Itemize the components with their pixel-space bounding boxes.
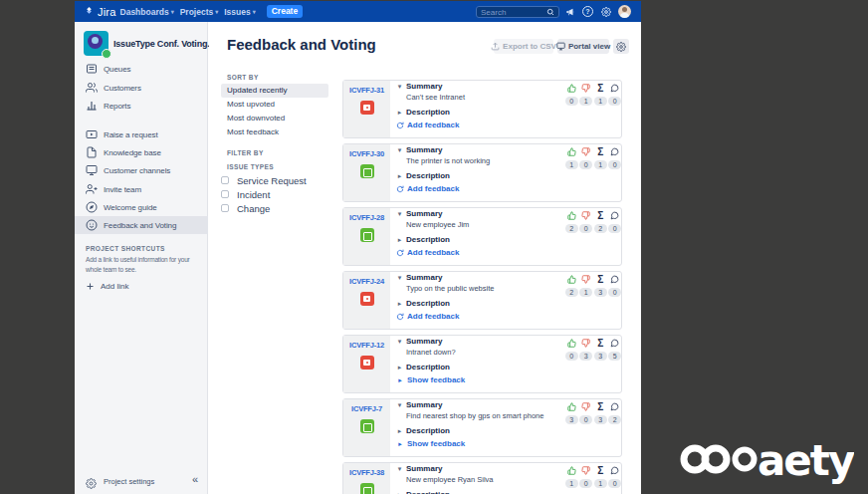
- downvote-icon[interactable]: [581, 210, 590, 221]
- issue-key-column: ICVFFJ-12: [343, 336, 390, 392]
- issue-key-link[interactable]: ICVFFJ-31: [349, 86, 384, 95]
- search-input[interactable]: Search: [476, 6, 559, 18]
- upvote-icon[interactable]: [567, 210, 576, 221]
- create-button[interactable]: Create: [267, 5, 303, 18]
- issue-key-link[interactable]: ICVFFJ-38: [349, 468, 384, 477]
- portal-view-button[interactable]: Portal view: [557, 39, 609, 54]
- comments-icon[interactable]: [610, 465, 619, 476]
- sidebar-item-raise-a-request[interactable]: Raise a request: [75, 125, 208, 143]
- sidebar-item-customer-channels[interactable]: Customer channels: [75, 161, 208, 179]
- settings-icon[interactable]: [600, 6, 611, 17]
- downvote-icon[interactable]: [581, 465, 590, 476]
- description-toggle[interactable]: ▸Description: [396, 363, 450, 371]
- summary-toggle[interactable]: ▾Summary: [396, 400, 442, 409]
- project-settings-button[interactable]: Project settings «: [75, 472, 208, 490]
- nav-menu-dashboards[interactable]: Dashboards▾: [120, 7, 174, 17]
- collapse-sidebar-icon[interactable]: «: [192, 473, 198, 485]
- nav-menu-projects[interactable]: Projects▾: [180, 7, 219, 17]
- comments-count: 0: [608, 97, 621, 106]
- sidebar-item-welcome-guide[interactable]: Welcome guide: [75, 198, 208, 216]
- downvote-icon[interactable]: [581, 274, 590, 285]
- sidebar-item-feedback-and-voting[interactable]: Feedback and Voting: [75, 216, 208, 234]
- show-feedback-link[interactable]: ▸Show feedback: [396, 439, 465, 448]
- issue-type-filter-change[interactable]: Change: [221, 201, 330, 215]
- upvote-icon[interactable]: [567, 274, 576, 285]
- upvote-count: 1: [565, 160, 578, 169]
- downvote-icon[interactable]: [581, 146, 590, 157]
- description-toggle[interactable]: ▸Description: [396, 235, 450, 244]
- comments-icon[interactable]: [610, 338, 619, 349]
- upvote-icon[interactable]: [567, 465, 576, 476]
- downvote-icon[interactable]: [581, 401, 590, 412]
- add-link-button[interactable]: Add link: [86, 282, 128, 291]
- total-votes-icon[interactable]: Σ: [597, 83, 603, 94]
- sidebar-item-reports[interactable]: Reports: [75, 97, 208, 115]
- queues-icon: [86, 63, 98, 75]
- summary-toggle[interactable]: ▾Summary: [396, 464, 442, 473]
- summary-toggle[interactable]: ▾Summary: [396, 82, 442, 91]
- description-toggle[interactable]: ▸Description: [396, 490, 450, 494]
- add-feedback-link[interactable]: Add feedback: [396, 121, 459, 129]
- issue-key-link[interactable]: ICVFFJ-7: [351, 404, 382, 413]
- downvote-icon[interactable]: [581, 338, 590, 349]
- checkbox[interactable]: [221, 204, 229, 212]
- issue-key-link[interactable]: ICVFFJ-28: [349, 213, 384, 222]
- summary-toggle[interactable]: ▾Summary: [396, 145, 442, 154]
- total-votes-icon[interactable]: Σ: [597, 465, 603, 476]
- sidebar-item-knowledge-base[interactable]: Knowledge base: [75, 143, 208, 161]
- description-toggle[interactable]: ▸Description: [396, 171, 450, 180]
- sort-option-most-feedback[interactable]: Most feedback: [221, 125, 328, 139]
- nav-menu-issues[interactable]: Issues▾: [224, 7, 255, 17]
- comments-icon[interactable]: [610, 83, 619, 94]
- summary-toggle[interactable]: ▾Summary: [396, 337, 442, 346]
- add-feedback-link[interactable]: Add feedback: [396, 248, 459, 257]
- help-icon[interactable]: ?: [582, 6, 593, 17]
- sidebar-item-queues[interactable]: Queues: [75, 60, 208, 78]
- comments-count: 0: [608, 224, 621, 233]
- show-feedback-link[interactable]: ▸Show feedback: [396, 375, 465, 384]
- total-votes-icon[interactable]: Σ: [597, 210, 603, 221]
- sidebar-item-label: Customer channels: [104, 166, 170, 175]
- comments-icon[interactable]: [610, 401, 619, 412]
- total-votes-icon[interactable]: Σ: [597, 146, 603, 157]
- upvote-icon[interactable]: [567, 83, 576, 94]
- page-settings-button[interactable]: [613, 39, 629, 54]
- upvote-icon[interactable]: [567, 401, 576, 412]
- export-to-csv-button[interactable]: Export to CSV: [494, 39, 553, 54]
- jira-logo[interactable]: Jira: [84, 6, 116, 18]
- user-avatar[interactable]: [618, 5, 631, 18]
- comments-icon[interactable]: [610, 210, 619, 221]
- add-feedback-link[interactable]: Add feedback: [396, 312, 459, 321]
- sort-option-updated-recently[interactable]: Updated recently: [221, 84, 328, 98]
- description-toggle[interactable]: ▸Description: [396, 426, 450, 435]
- sidebar-item-customers[interactable]: Customers: [75, 79, 208, 97]
- issue-key-link[interactable]: ICVFFJ-30: [349, 149, 384, 158]
- upvote-icon[interactable]: [567, 338, 576, 349]
- upvote-icon[interactable]: [567, 146, 576, 157]
- issue-type-filter-incident[interactable]: Incident: [221, 187, 330, 201]
- sort-option-most-downvoted[interactable]: Most downvoted: [221, 112, 328, 125]
- issue-key-link[interactable]: ICVFFJ-12: [349, 341, 384, 350]
- total-votes-count: 2: [594, 224, 607, 233]
- summary-toggle[interactable]: ▾Summary: [396, 273, 442, 282]
- issue-key-link[interactable]: ICVFFJ-24: [349, 277, 384, 286]
- total-votes-icon[interactable]: Σ: [597, 274, 603, 285]
- total-votes-icon[interactable]: Σ: [597, 338, 603, 349]
- downvote-icon[interactable]: [581, 83, 590, 94]
- announcements-icon[interactable]: [564, 6, 575, 17]
- description-toggle[interactable]: ▸Description: [396, 299, 450, 308]
- summary-toggle[interactable]: ▾Summary: [396, 209, 442, 218]
- project-header[interactable]: IssueType Conf. Voting...: [84, 31, 210, 56]
- add-feedback-link[interactable]: Add feedback: [396, 184, 459, 193]
- checkbox[interactable]: [221, 176, 229, 184]
- sort-option-most-upvoted[interactable]: Most upvoted: [221, 98, 328, 112]
- checkbox[interactable]: [221, 190, 229, 198]
- comments-icon[interactable]: [610, 274, 619, 285]
- downvote-cell: 3: [579, 338, 594, 361]
- comments-count: 0: [608, 479, 621, 488]
- comments-icon[interactable]: [610, 146, 619, 157]
- total-votes-icon[interactable]: Σ: [597, 401, 603, 412]
- sidebar-item-invite-team[interactable]: Invite team: [75, 180, 208, 198]
- description-toggle[interactable]: ▸Description: [396, 108, 450, 117]
- issue-type-filter-service-request[interactable]: Service Request: [221, 173, 330, 187]
